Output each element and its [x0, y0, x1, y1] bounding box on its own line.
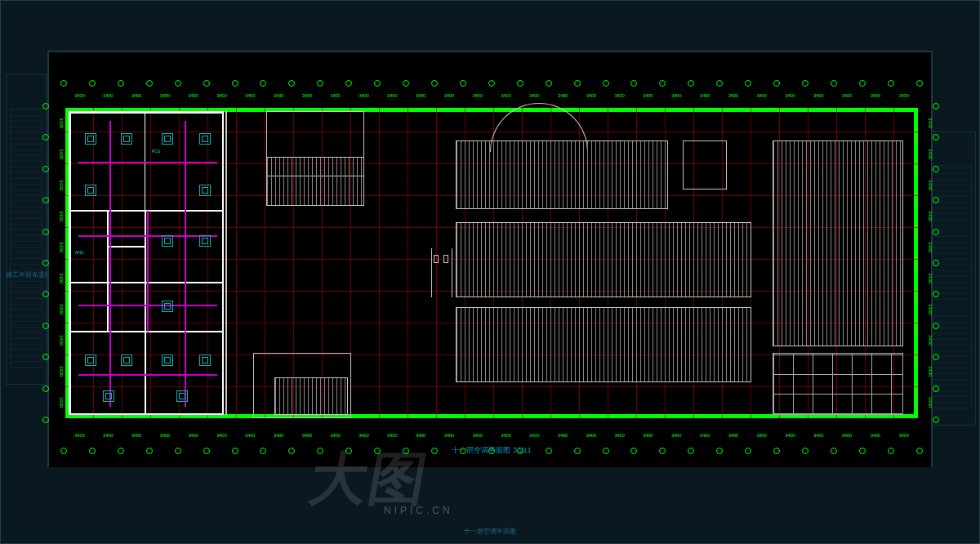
dim-label: 3400 — [756, 433, 766, 441]
dim-label: 3400 — [59, 335, 64, 346]
dim-label: 3400 — [756, 93, 766, 101]
fcu-unit — [199, 354, 211, 366]
skylight-panel — [456, 140, 668, 209]
dim-label: 3400 — [245, 93, 255, 101]
ahu-label: AHU — [75, 250, 84, 255]
dim-label: 3400 — [131, 433, 141, 441]
grid-bubble — [933, 229, 939, 235]
grid-bubble — [716, 80, 723, 87]
dim-label: 3400 — [59, 118, 64, 128]
dim-label: 3400 — [871, 93, 880, 101]
grid-bubble — [933, 103, 939, 109]
dim-label: 3400 — [785, 433, 795, 441]
dim-label: 3400 — [330, 93, 340, 101]
dim-label: 3400 — [920, 242, 933, 252]
grid-bubble — [42, 103, 49, 109]
grid-bubble — [118, 80, 124, 87]
grid-bubble — [773, 80, 780, 87]
stair-opening — [266, 157, 364, 206]
skylight-panel — [456, 222, 751, 297]
dimension-col-right: 3400340034003400340034003400340034003400 — [920, 108, 933, 418]
dim-label: 3400 — [898, 93, 908, 101]
hvac-riser — [147, 211, 149, 332]
dim-label: 3400 — [359, 93, 368, 101]
stair-opening — [274, 377, 348, 415]
skylight-panel — [456, 307, 751, 382]
grid-bubble — [288, 80, 295, 87]
hvac-pipe — [185, 121, 186, 407]
fcu-unit — [85, 185, 96, 196]
fcu-label: FCU — [152, 149, 160, 154]
elevator — [108, 247, 145, 283]
dim-label: 3400 — [74, 433, 84, 441]
dim-label: 3400 — [103, 433, 113, 441]
grid-bubble — [146, 80, 153, 87]
grid-bubble — [933, 417, 939, 423]
dim-label: 3400 — [59, 211, 64, 221]
cad-model-space[interactable]: 3400340034003400340034003400340034003400… — [47, 51, 933, 467]
fcu-unit — [199, 133, 211, 145]
dim-label: 3400 — [444, 93, 454, 101]
dim-label: 3400 — [871, 433, 880, 441]
fcu-unit — [162, 235, 173, 247]
grid-bubble — [517, 80, 523, 87]
dim-label: 3400 — [330, 433, 340, 441]
dim-label: 3400 — [103, 93, 113, 101]
grid-bubble — [933, 354, 939, 360]
grid-bubble — [89, 80, 96, 87]
dim-label: 3400 — [501, 433, 510, 441]
dim-label: 3400 — [586, 433, 596, 441]
grid-bubble — [933, 166, 939, 172]
grid-bubble — [460, 80, 466, 87]
dim-label: 3400 — [671, 93, 681, 101]
grid-bubble — [802, 80, 808, 87]
grid-bubble — [859, 80, 866, 87]
dim-label: 3400 — [189, 93, 198, 101]
dim-label: 3400 — [728, 93, 738, 101]
dim-label: 3400 — [920, 335, 933, 346]
dim-label: 3400 — [160, 93, 170, 101]
grid-bubble — [933, 323, 939, 329]
fcu-unit — [199, 235, 211, 247]
dim-label: 3400 — [387, 93, 397, 101]
grid-bubbles-top — [60, 80, 923, 88]
grid-bubble — [431, 80, 438, 87]
fcu-unit — [121, 354, 132, 366]
dim-label: 3400 — [501, 93, 510, 101]
grid-bubble — [42, 323, 49, 329]
dimension-row-bottom: 3400340034003400340034003400340034003400… — [65, 433, 918, 441]
dim-label: 3400 — [586, 93, 596, 101]
dim-label: 3400 — [416, 433, 425, 441]
dim-label: 3400 — [920, 273, 933, 283]
dim-label: 3400 — [813, 433, 823, 441]
dim-label: 3400 — [189, 433, 198, 441]
grid-bubble — [317, 80, 323, 87]
grid-bubble — [42, 354, 49, 360]
equip-part — [434, 255, 439, 263]
bg-sheet-title: 十一层空调平面图 — [1, 527, 979, 536]
dim-label: 3400 — [643, 433, 653, 441]
toilet — [70, 283, 108, 332]
grid-bubble — [933, 134, 939, 140]
dim-label: 3400 — [614, 93, 624, 101]
dim-label: 3400 — [785, 93, 795, 101]
dim-label: 3400 — [274, 93, 283, 101]
wall-line — [225, 111, 229, 415]
dim-label: 3400 — [131, 93, 141, 101]
watermark-text: NIPIC.CN — [384, 505, 453, 516]
dim-label: 3400 — [728, 433, 738, 441]
dim-label: 3400 — [302, 433, 312, 441]
dim-label: 3400 — [671, 433, 681, 441]
hvac-pipe — [78, 374, 217, 376]
dim-label: 3400 — [920, 211, 933, 221]
dim-label: 3400 — [387, 433, 397, 441]
grid-bubble — [42, 166, 49, 172]
dim-label: 3400 — [920, 304, 933, 314]
dim-label: 3400 — [59, 397, 64, 408]
floor-plan-drawing[interactable]: 3400340034003400340034003400340034003400… — [65, 108, 918, 451]
grid-bubble — [42, 197, 49, 203]
grid-bubble — [659, 80, 666, 87]
grid-bubble — [374, 80, 381, 87]
dim-label: 3400 — [472, 433, 482, 441]
grid-bubble — [403, 80, 409, 87]
